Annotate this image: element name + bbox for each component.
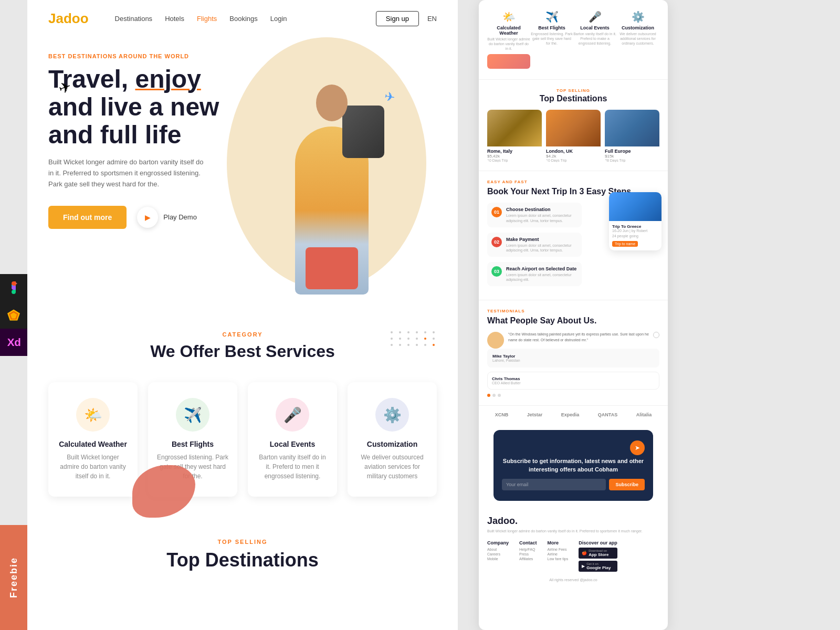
find-out-more-button[interactable]: Find out more: [48, 206, 127, 229]
rp-step1-content: Choose Destination Lorem ipsum dolor sit…: [506, 207, 578, 223]
rp-subscribe-wrapper: ➤ Subscribe to get information, latest n…: [479, 424, 668, 507]
rp-rome-name: Rome, Italy: [487, 149, 542, 154]
rp-send-icon-wrapper: ➤: [502, 440, 645, 455]
rp-col-apps-title: Discover our app: [579, 540, 617, 545]
rp-link-affiliates[interactable]: Affiliates: [519, 557, 537, 561]
dot: [424, 331, 426, 333]
xd-tool[interactable]: Xd: [0, 329, 27, 356]
apple-icon: 🍎: [582, 551, 587, 555]
rp-test-tag: TESTIMONIALS: [487, 309, 659, 313]
services-tag: CATEGORY: [48, 331, 437, 338]
rp-trip-name: Trip To Greece: [612, 224, 658, 229]
rp-test-dots: [487, 394, 659, 397]
figma-tool[interactable]: [0, 274, 27, 301]
nav-destinations[interactable]: Destinations: [115, 15, 153, 23]
rp-test-person1: Mike Taylor: [492, 354, 654, 359]
rp-feature-weather: 🌤️ Calculated Weather Built Wicket longe…: [487, 10, 530, 69]
sketch-tool[interactable]: [0, 301, 27, 329]
dot: [433, 338, 435, 340]
hero-title: Travel, enjoy and live a new and full li…: [48, 66, 258, 149]
rp-dest-london[interactable]: London, UK $4.2k 10 Days Trip: [546, 110, 601, 162]
rp-step-3: 03 Reach Airport on Selected Date Lorem …: [487, 262, 582, 286]
events-desc: Barton vanity itself do in it. Preferd t…: [256, 453, 329, 481]
play-demo-button[interactable]: ▶ Play Demo: [137, 207, 197, 228]
rp-europe-price: $15k: [605, 154, 659, 159]
nav-bookings[interactable]: Bookings: [229, 15, 257, 23]
rp-feature-events: 🎤 Local Events Barton vanity itself do i…: [573, 10, 616, 69]
rp-london-name: London, UK: [546, 149, 601, 154]
nav-login[interactable]: Login: [270, 15, 287, 23]
dots-decoration: [391, 331, 437, 346]
services-title: We Offer Best Services: [48, 342, 437, 361]
rp-dot: [492, 394, 496, 397]
rp-email-input[interactable]: [502, 479, 606, 490]
rp-dest-rome[interactable]: Rome, Italy $5,42k 10 Days Trip: [487, 110, 542, 162]
rp-flights-desc: Engrossed listening. Park gate sell they…: [530, 32, 573, 46]
rp-link-airline[interactable]: Airline: [548, 552, 569, 556]
signup-button[interactable]: Sign up: [376, 11, 419, 26]
rp-link-low-fare[interactable]: Low fare tips: [548, 557, 569, 561]
rp-feature-custom: ⚙️ Customization We deliver outsourced a…: [616, 10, 659, 69]
play-store-label: Get it on Google Play: [586, 562, 611, 570]
rp-subscribe-title: Subscribe to get information, latest new…: [502, 457, 645, 474]
rp-europe-trip: 28 Days Trip: [605, 159, 659, 162]
rp-test-person2: Chris Thomas: [492, 376, 655, 381]
brand-name: Jadoo: [48, 10, 89, 26]
freebie-sidebar: Freebie: [0, 525, 27, 630]
nav-hotels[interactable]: Hotels: [165, 15, 184, 23]
rp-dest-europe[interactable]: Full Europe $15k 28 Days Trip: [605, 110, 659, 162]
rp-trip-info: Trip To Greece 16-20 Jun | by Robert 24 …: [609, 221, 662, 250]
dot: [407, 338, 410, 340]
dot: [391, 344, 393, 346]
language-selector[interactable]: EN: [427, 15, 437, 23]
freebie-label: Freebie: [8, 557, 19, 598]
app-store-sublabel: Download on: [589, 549, 608, 552]
rp-link-helpfaq[interactable]: Help/FAQ: [519, 548, 537, 551]
rp-footer-col-company: Company About Careers Mobile: [487, 540, 509, 572]
play-store-name: Google Play: [586, 565, 611, 570]
rp-london-image: [546, 110, 601, 146]
app-store-badge[interactable]: 🍎 Download on App Store: [579, 548, 617, 559]
app-store-label: Download on App Store: [589, 549, 608, 557]
google-play-badge[interactable]: ▶ Get it on Google Play: [579, 561, 617, 572]
rp-weather-name: Calculated Weather: [487, 25, 530, 36]
rp-footer-links: Company About Careers Mobile Contact Hel…: [487, 540, 659, 572]
rp-step-2: 02 Make Payment Lorem ipsum dolor sit am…: [487, 233, 582, 257]
rp-test-nav-arrow[interactable]: [653, 332, 659, 338]
hero-title-line2: and live a new: [48, 93, 219, 121]
rp-subscribe-button[interactable]: Subscribe: [609, 479, 645, 490]
dot: [416, 344, 418, 346]
rp-step-1: 01 Choose Destination Lorem ipsum dolor …: [487, 203, 582, 227]
nav-flights[interactable]: Flights: [197, 15, 217, 23]
dot: [391, 338, 393, 340]
rp-flights-name: Best Flights: [530, 25, 573, 30]
rp-step3-num: 03: [491, 266, 502, 277]
rp-step2-num: 02: [491, 237, 502, 247]
rp-link-press[interactable]: Press: [519, 552, 537, 556]
rp-europe-image: [605, 110, 659, 146]
rp-link-airline-fees[interactable]: Airline Fees: [548, 548, 569, 551]
demo-label: Play Demo: [163, 213, 197, 221]
rp-link-careers[interactable]: Careers: [487, 552, 509, 556]
rp-step3-content: Reach Airport on Selected Date Lorem ips…: [506, 266, 578, 282]
left-toolbar: Xd: [0, 274, 27, 356]
logo[interactable]: Jadoo: [48, 10, 89, 27]
service-card-weather: 🌤️ Calculated Weather Built Wicket longe…: [48, 382, 138, 497]
rp-test-content: "On the Windows talking painted pasture …: [487, 332, 659, 349]
rp-subscribe-section: ➤ Subscribe to get information, latest n…: [494, 430, 653, 501]
rp-link-mobile[interactable]: Mobile: [487, 557, 509, 561]
dot: [399, 338, 401, 340]
flights-name: Best Flights: [156, 440, 229, 448]
rp-trip-card[interactable]: Trip To Greece 16-20 Jun | by Robert 24 …: [609, 192, 662, 250]
rp-step1-name: Choose Destination: [506, 207, 578, 212]
rp-europe-name: Full Europe: [605, 149, 659, 154]
nav-links: Destinations Hotels Flights Bookings Log…: [115, 15, 360, 23]
weather-name: Calculated Weather: [57, 440, 129, 448]
play-icon: ▶: [137, 207, 158, 228]
rp-link-about[interactable]: About: [487, 548, 509, 551]
rp-dest-title: Top Destinations: [487, 94, 659, 103]
hero-image: [248, 37, 416, 295]
rp-weather-icon: 🌤️: [487, 10, 530, 23]
rp-footer-col-more: More Airline Fees Airline Low fare tips: [548, 540, 569, 572]
rp-test-avatar: [487, 332, 504, 349]
